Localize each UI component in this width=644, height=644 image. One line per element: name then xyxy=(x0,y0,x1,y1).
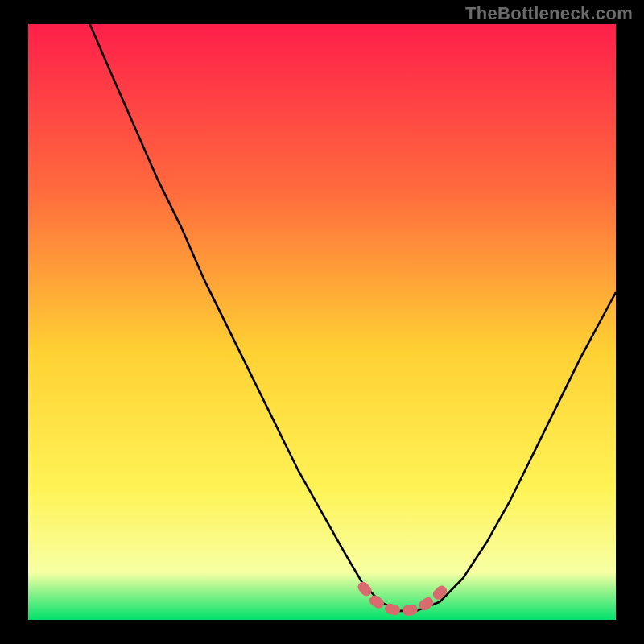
gradient-background xyxy=(28,24,616,620)
plot-area xyxy=(28,24,616,620)
watermark-text: TheBottleneck.com xyxy=(465,3,633,24)
chart-stage: TheBottleneck.com xyxy=(0,0,644,644)
bottleneck-chart xyxy=(28,24,616,620)
